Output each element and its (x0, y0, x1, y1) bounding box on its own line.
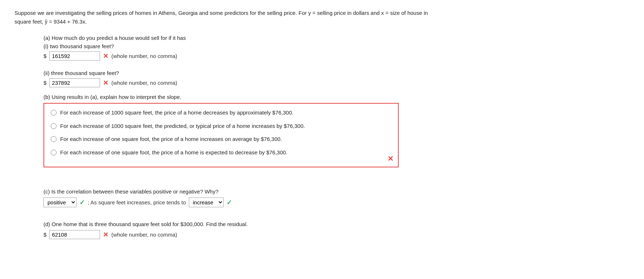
part-d-label: (d) One home that is three thousand squa… (43, 221, 630, 227)
part-d-input-row: $ ✕ (whole number, no comma) (43, 230, 630, 239)
radio-option-1: For each increase of 1000 square feet, t… (51, 109, 391, 117)
part-a-i-input-row: $ ✕ (whole number, no comma) (43, 51, 630, 61)
radio-label-1: For each increase of 1000 square feet, t… (60, 109, 294, 117)
radio-label-3: For each increase of one square foot, th… (60, 135, 282, 143)
part-d-error-icon: ✕ (103, 231, 108, 239)
part-d-section: (d) One home that is three thousand squa… (43, 221, 630, 239)
part-a-i-input[interactable] (49, 51, 100, 61)
part-b-section: (b) Using results in (a), explain how to… (43, 94, 630, 167)
part-a-section: (a) How much do you predict a house woul… (43, 35, 630, 87)
part-c-controls: positive negative ✓ ; As square feet inc… (43, 197, 630, 207)
part-c-section: (c) Is the correlation between these var… (43, 188, 630, 207)
part-d-hint: (whole number, no comma) (111, 232, 177, 238)
radio-option-2: For each increase of 1000 square feet, t… (51, 122, 391, 130)
part-c-check2: ✓ (227, 199, 232, 207)
part-a-ii-hint: (whole number, no comma) (111, 80, 177, 86)
radio-input-4[interactable] (51, 150, 57, 155)
dollar-sign-i: $ (43, 53, 46, 59)
part-c-dropdown2[interactable]: increase decrease (189, 197, 224, 207)
part-c-text-between: ; As square feet increases, price tends … (88, 199, 186, 205)
radio-input-3[interactable] (51, 136, 57, 142)
part-a-i-label: (i) two thousand square feet? (43, 43, 630, 49)
part-b-label: (b) Using results in (a), explain how to… (43, 94, 630, 100)
intro-line2: square feet, ŷ = 9344 + 76.3x. (14, 17, 594, 26)
part-a-ii-error-icon: ✕ (103, 79, 108, 87)
part-a-label: (a) How much do you predict a house woul… (43, 35, 630, 41)
part-a-ii-label: (ii) three thousand square feet? (43, 70, 630, 76)
part-c-label: (c) Is the correlation between these var… (43, 188, 630, 195)
radio-input-2[interactable] (51, 123, 57, 129)
part-a-i-hint: (whole number, no comma) (111, 53, 177, 59)
part-d-input[interactable] (49, 230, 100, 239)
intro-paragraph: Suppose we are investigating the selling… (14, 9, 594, 26)
part-a-ii-input[interactable] (49, 78, 100, 87)
radio-label-4: For each increase of one square foot, th… (60, 149, 287, 157)
part-c-check1: ✓ (79, 199, 85, 207)
radio-input-1[interactable] (51, 110, 57, 116)
part-a-ii-input-row: $ ✕ (whole number, no comma) (43, 78, 630, 87)
part-a-i-error-icon: ✕ (103, 52, 108, 60)
radio-option-3: For each increase of one square foot, th… (51, 135, 391, 143)
radio-box-error-icon: ✕ (387, 154, 394, 163)
part-b-radio-box: For each increase of 1000 square feet, t… (43, 103, 399, 167)
dollar-sign-d: $ (43, 232, 46, 238)
intro-line1: Suppose we are investigating the selling… (14, 9, 594, 17)
part-c-dropdown1[interactable]: positive negative (43, 197, 76, 207)
dollar-sign-ii: $ (43, 80, 46, 86)
radio-label-2: For each increase of 1000 square feet, t… (60, 122, 305, 130)
radio-option-4: For each increase of one square foot, th… (51, 149, 391, 157)
